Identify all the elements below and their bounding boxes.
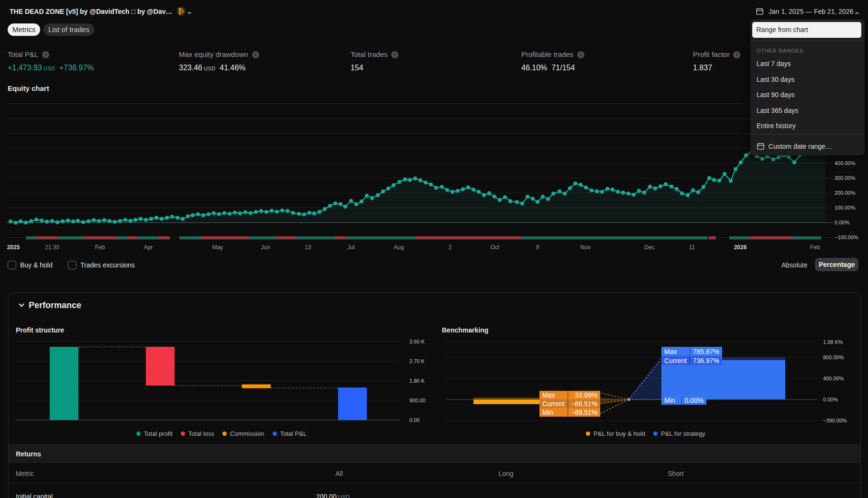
svg-text:May: May — [212, 244, 223, 251]
svg-text:900.00: 900.00 — [409, 398, 426, 403]
svg-text:2025: 2025 — [7, 244, 20, 251]
svg-text:9: 9 — [536, 244, 539, 251]
svg-text:2: 2 — [449, 244, 452, 251]
svg-text:Jun: Jun — [261, 244, 270, 251]
svg-text:400.00%: 400.00% — [823, 376, 844, 381]
svg-text:21:30: 21:30 — [45, 244, 59, 251]
svg-text:−100.00%: −100.00% — [835, 234, 858, 240]
svg-text:Feb: Feb — [810, 244, 820, 251]
svg-text:−390.00%: −390.00% — [823, 418, 847, 423]
svg-text:1.80 K: 1.80 K — [409, 378, 425, 384]
svg-text:Aug: Aug — [394, 244, 404, 251]
svg-text:Nov: Nov — [580, 244, 590, 251]
svg-text:2.70 K: 2.70 K — [409, 358, 425, 364]
svg-text:100.00%: 100.00% — [835, 205, 856, 210]
svg-text:1.08 K%: 1.08 K% — [823, 339, 843, 345]
svg-text:300.00%: 300.00% — [835, 175, 856, 181]
svg-text:0.00%: 0.00% — [835, 220, 849, 225]
svg-text:0.00: 0.00 — [409, 417, 419, 423]
svg-text:2026: 2026 — [734, 244, 747, 251]
svg-text:200.00%: 200.00% — [835, 190, 856, 196]
svg-text:Feb: Feb — [95, 244, 105, 251]
svg-text:Apr: Apr — [144, 244, 153, 251]
svg-text:Oct: Oct — [491, 244, 500, 251]
svg-text:0.00%: 0.00% — [823, 397, 838, 402]
svg-text:Jul: Jul — [347, 244, 354, 251]
svg-text:13: 13 — [305, 244, 311, 251]
svg-text:11: 11 — [689, 244, 695, 251]
svg-text:3.60 K: 3.60 K — [409, 339, 425, 344]
svg-text:Dec: Dec — [644, 244, 654, 251]
svg-text:400.00%: 400.00% — [835, 160, 856, 166]
svg-text:800.00%: 800.00% — [823, 354, 844, 360]
